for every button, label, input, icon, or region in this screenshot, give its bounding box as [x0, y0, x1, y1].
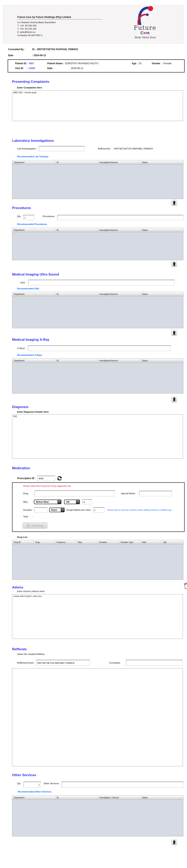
column-header-department[interactable]: Department: [12, 228, 55, 232]
column-header-status[interactable]: Status: [141, 292, 183, 296]
diagnosis-label: Enter Diagnosis Details Here: [17, 411, 183, 413]
column-header-investigation[interactable]: Investigation/Service: [98, 292, 141, 296]
patient-id-value: 4587: [29, 62, 34, 65]
column-header-drug[interactable]: Drug: [34, 540, 55, 544]
trash-icon: [173, 397, 176, 401]
xray-input[interactable]: [28, 345, 171, 351]
lab-investigation-input[interactable]: [39, 146, 85, 151]
column-header-drug-id[interactable]: Drug ID: [12, 540, 34, 544]
uss-input[interactable]: [28, 280, 175, 285]
complaints-label: Enter Complaints Here: [17, 86, 183, 89]
column-header-id[interactable]: ID: [55, 228, 98, 232]
clinic-header: Future Care by Future Holdings (Pty) Lim…: [3, 5, 184, 43]
procedures-table: Department ID Investigation/Service Stat…: [12, 228, 183, 260]
xray-table: Department ID Investigation/Service Stat…: [12, 358, 183, 394]
column-header-department[interactable]: Department: [12, 796, 55, 800]
delete-procedure-button[interactable]: [172, 261, 177, 267]
meal-timing-value: Before Meal: [34, 500, 58, 504]
patient-info-box: Patient ID :4587 Patient Name :DOROTHY A…: [8, 59, 185, 72]
delete-lab-testing-button[interactable]: [172, 200, 177, 206]
uss-table: Department ID Investigation/Service Stat…: [12, 292, 183, 328]
section-title-advice: Advice: [12, 585, 23, 589]
way-qty-input[interactable]: [82, 499, 92, 504]
section-title-other-services: Other Services: [12, 773, 183, 777]
xray-table-body: [12, 363, 183, 393]
procedures-qty-input[interactable]: [23, 215, 34, 220]
section-title-ultrasound: Medical Imaging Ultra Sound: [12, 273, 183, 277]
visit-id-value: 13595: [28, 67, 35, 70]
clinic-email: E: jude@future.sc: [17, 30, 102, 34]
column-header-id[interactable]: ID: [55, 160, 98, 164]
column-header-status[interactable]: Status: [141, 160, 183, 164]
delete-uss-button[interactable]: [172, 330, 177, 336]
section-title-refferals: Refferals: [12, 647, 183, 651]
column-header-duration[interactable]: Duration: [98, 540, 119, 544]
delete-other-service-button[interactable]: [172, 839, 177, 845]
delete-drug-button[interactable]: [184, 583, 187, 590]
clinic-address: Le Chainter,Victoria,Mahe,Seychelles: [17, 21, 102, 24]
other-services-label: Other Services :: [44, 782, 60, 787]
other-services-input[interactable]: [61, 782, 183, 788]
column-header-frequency[interactable]: Fequency: [55, 540, 76, 544]
delete-xray-button[interactable]: [172, 396, 177, 402]
advice-label: Enter Doctor's Advice Here: [17, 590, 183, 592]
duration-type-select[interactable]: Day/s ▼: [49, 508, 65, 512]
duration-label: Duration :: [23, 509, 33, 511]
column-header-status[interactable]: Status: [141, 228, 183, 232]
column-header-status[interactable]: Status: [141, 796, 183, 800]
per-meal-input[interactable]: [93, 507, 105, 513]
column-header-status[interactable]: Status: [141, 359, 183, 363]
prescription-id-input[interactable]: [37, 476, 55, 481]
total-label: Total :: [23, 515, 33, 518]
consultant-input[interactable]: [126, 660, 183, 666]
column-header-id[interactable]: ID: [55, 292, 98, 296]
frequency-select[interactable]: OD ▼: [64, 500, 80, 504]
column-header-duration-type[interactable]: Duration Type: [119, 540, 140, 544]
recommended-procedures-label: Recommended Procedures: [17, 223, 183, 225]
column-header-note[interactable]: Note: [141, 540, 162, 544]
column-header-investigation[interactable]: Investigation/Service: [98, 359, 141, 363]
drug-input[interactable]: [35, 490, 115, 496]
reffering-doctor-input[interactable]: [36, 660, 90, 666]
visit-date-value: : 2024-06-12: [70, 67, 83, 70]
chevron-down-icon: ▼: [76, 500, 79, 504]
special-notes-input[interactable]: [139, 491, 172, 496]
clinic-company-no: Company No.8417652-2: [17, 34, 102, 37]
trash-icon: [184, 583, 187, 589]
lab-testings-table: Department ID Investigation/Service Stat…: [12, 160, 183, 199]
refferals-listbox[interactable]: [12, 668, 183, 766]
column-header-way[interactable]: Way: [76, 540, 98, 544]
reffering-doctor-label: Reffering Doctor: [17, 661, 34, 664]
patient-id-label: Patient ID :: [15, 62, 28, 65]
drug-label: Drug :: [23, 492, 33, 495]
meal-timing-select[interactable]: Before Meal ▼: [34, 500, 61, 504]
heart-icon: ♥: [144, 31, 146, 35]
complaints-textarea[interactable]: ABD USS - normal study: [12, 90, 183, 121]
column-header-department[interactable]: Department: [12, 292, 55, 296]
future-care-logo: Future C♥re Body Mind Soul: [124, 6, 166, 39]
uss-label: USS :: [20, 281, 26, 284]
column-header-investigation[interactable]: Investigation / Service: [98, 796, 141, 800]
advice-textarea[interactable]: review with H.pylori, urine mcs: [12, 594, 183, 639]
consult-date-row: Date : 2024-06-12: [8, 54, 187, 57]
clinic-name: Future Care by Future Holdings (Pty) Lim…: [17, 16, 102, 20]
column-header-investigation[interactable]: Investigation/Service: [98, 228, 141, 232]
diagnosis-textarea[interactable]: ISQ: [12, 414, 183, 459]
column-header-id[interactable]: ID: [55, 359, 98, 363]
refresh-prescription-button[interactable]: [57, 475, 62, 481]
lab-investigation-label: Lab Investingation :: [17, 148, 37, 150]
procedures-input[interactable]: [57, 215, 183, 220]
recommended-uss-label: Recommended USS: [17, 287, 183, 290]
column-header-investigation[interactable]: Investigation/Service: [98, 160, 141, 164]
logo-word-future: Future: [124, 25, 166, 31]
reffered-by-label: Reffered By :: [98, 148, 111, 150]
chevron-down-icon: ▼: [58, 500, 61, 504]
consulted-by-label: Consulted By :: [8, 48, 32, 51]
column-header-department[interactable]: Department: [12, 359, 55, 363]
add-drug-button[interactable]: + Add Drug: [23, 522, 47, 529]
duration-input[interactable]: [34, 507, 47, 513]
column-header-id[interactable]: ID: [55, 796, 98, 800]
column-header-department[interactable]: Department: [12, 160, 55, 164]
column-header-qty[interactable]: Qty: [162, 540, 183, 544]
other-services-qty-input[interactable]: [24, 782, 41, 788]
